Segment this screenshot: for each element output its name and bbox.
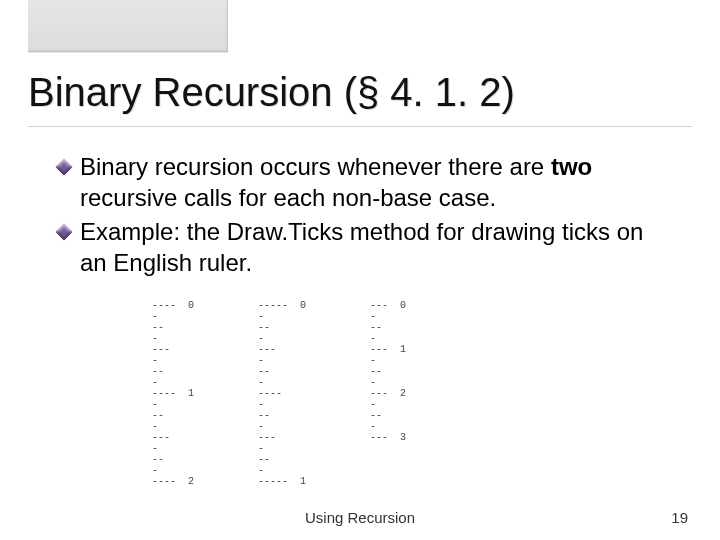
ruler-col-2: --- 0 - -- - --- 1 - -- - --- 2 - -- - -… [370,300,406,487]
page-number: 19 [671,509,688,526]
header-tab [28,0,228,52]
slide-title: Binary Recursion (§ 4. 1. 2) [28,70,515,114]
diamond-icon [56,159,73,176]
diamond-icon [56,224,73,241]
slide-body: Binary recursion occurs whenever there a… [82,152,660,283]
bullet-1-post: recursive calls for each non-base case. [80,184,496,211]
bullet-1-text: Binary recursion occurs whenever there a… [80,152,660,213]
ruler-col-0: ---- 0 - -- - --- - -- - ---- 1 - -- - -… [152,300,194,487]
bullet-1-bold: two [551,153,592,180]
bullet-1: Binary recursion occurs whenever there a… [82,152,660,213]
bullet-1-pre: Binary recursion occurs whenever there a… [80,153,551,180]
ruler-figure: ---- 0 - -- - --- - -- - ---- 1 - -- - -… [152,300,406,487]
footer-center: Using Recursion [0,509,720,526]
title-rule [28,126,692,127]
slide: Binary Recursion (§ 4. 1. 2) Binary recu… [0,0,720,540]
ruler-col-1: ----- 0 - -- - --- - -- - ---- - -- - --… [258,300,306,487]
bullet-2-text: Example: the Draw.Ticks method for drawi… [80,217,660,278]
bullet-2: Example: the Draw.Ticks method for drawi… [82,217,660,278]
